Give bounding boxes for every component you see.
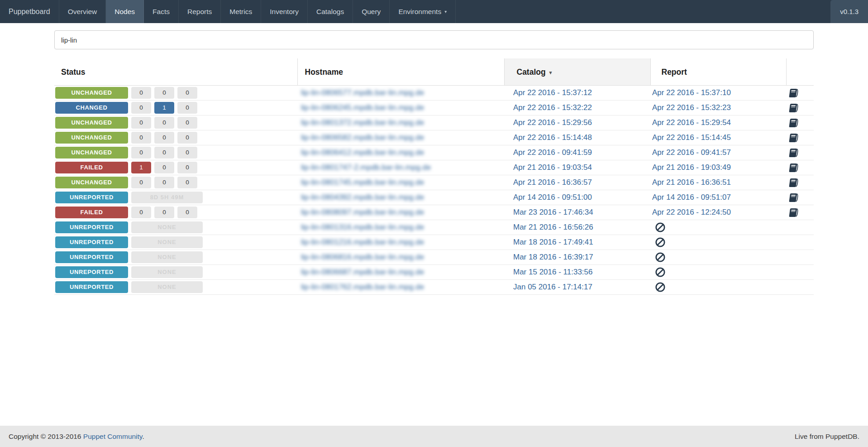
book-icon[interactable] [789, 103, 799, 113]
catalog-timestamp-link[interactable]: Apr 22 2016 - 15:14:48 [513, 133, 592, 142]
event-count-pill: 0 [154, 117, 174, 129]
nav-item-metrics[interactable]: Metrics [221, 0, 261, 23]
catalog-timestamp-link[interactable]: Apr 21 2016 - 19:03:54 [513, 163, 592, 172]
catalog-timestamp-link[interactable]: Apr 22 2016 - 15:32:22 [513, 103, 592, 112]
hostname-link-blurred[interactable]: lip-lin-0801745.mpdb.bar-lin.mpg.de [301, 178, 424, 187]
catalog-timestamp-link[interactable]: Mar 21 2016 - 16:56:26 [513, 223, 593, 231]
hostname-link-blurred[interactable]: lip-lin-0801316.mpdb.bar-lin.mpg.de [301, 223, 424, 231]
hostname-link-blurred[interactable]: lip-lin-0806582.mpdb.bar-lin.mpg.de [301, 133, 424, 142]
column-header-hostname[interactable]: Hostname [297, 58, 504, 86]
catalog-timestamp-link[interactable]: Mar 15 2016 - 11:33:56 [513, 268, 592, 276]
catalog-timestamp-link[interactable]: Mar 18 2016 - 16:39:17 [513, 253, 593, 261]
hostname-link-blurred[interactable]: lip-lin-0806577.mpdb.bar-lin.mpg.de [301, 88, 424, 97]
table-row: UNREPORTEDNONElip-lin-0801762.mpdb.bar-l… [54, 280, 814, 295]
hostname-link-blurred[interactable]: lip-lin-0801372.mpdb.bar-lin.mpg.de [301, 118, 424, 127]
catalog-cell: Apr 21 2016 - 19:03:54 [504, 160, 650, 175]
hostname-link-blurred[interactable]: lip-lin-0806245.mpdb.bar-lin.mpg.de [301, 103, 424, 112]
hostname-link-blurred[interactable]: lip-lin-0801216.mpdb.bar-lin.mpg.de [301, 238, 424, 246]
hostname-cell: lip-lin-0801372.mpdb.bar-lin.mpg.de [297, 115, 504, 130]
status-badge: UNREPORTED [55, 281, 128, 293]
nav-item-overview[interactable]: Overview [59, 0, 106, 23]
column-header-report[interactable]: Report [650, 58, 786, 86]
hostname-link-blurred[interactable]: lip-lin-0806687.mpdb.bar-lin.mpg.de [301, 268, 424, 276]
event-count-pill: 0 [177, 162, 197, 173]
top-navbar: Puppetboard OverviewNodesFactsReportsMet… [0, 0, 868, 23]
report-timestamp-link[interactable]: Apr 21 2016 - 19:03:49 [652, 163, 731, 172]
nav-item-label: Environments [398, 8, 441, 16]
catalog-cell: Apr 22 2016 - 15:14:48 [504, 130, 650, 145]
nav-item-reports[interactable]: Reports [179, 0, 221, 23]
sort-desc-icon: ▾ [549, 70, 552, 75]
report-icon-cell [786, 220, 814, 235]
nav-item-inventory[interactable]: Inventory [261, 0, 308, 23]
app-brand[interactable]: Puppetboard [0, 0, 59, 23]
event-count-pill: 0 [177, 132, 197, 144]
column-header-catalog[interactable]: Catalog▾ [504, 58, 650, 86]
column-header-status[interactable]: Status [54, 58, 297, 86]
nav-item-nodes[interactable]: Nodes [106, 0, 144, 23]
nav-item-facts[interactable]: Facts [144, 0, 179, 23]
report-cell [650, 235, 786, 250]
nav-item-query[interactable]: Query [353, 0, 390, 23]
table-row: FAILED000lip-lin-0808097.mpdb.bar-lin.mp… [54, 205, 814, 220]
report-timestamp-link[interactable]: Apr 22 2016 - 15:32:23 [652, 103, 731, 112]
node-search-input[interactable] [54, 30, 814, 49]
report-timestamp-link[interactable]: Apr 22 2016 - 15:29:54 [652, 118, 731, 127]
book-icon[interactable] [789, 163, 799, 173]
event-count-pill: 0 [154, 147, 174, 159]
hostname-link-blurred[interactable]: lip-lin-0806816.mpdb.bar-lin.mpg.de [301, 253, 424, 261]
catalog-timestamp-link[interactable]: Apr 22 2016 - 15:29:56 [513, 118, 592, 127]
catalog-timestamp-link[interactable]: Jan 05 2016 - 17:14:17 [513, 283, 592, 291]
report-cell [650, 250, 786, 265]
catalog-timestamp-link[interactable]: Apr 22 2016 - 15:37:12 [513, 88, 592, 97]
book-icon[interactable] [789, 88, 799, 98]
event-count-pill: 0 [177, 147, 197, 159]
hostname-cell: lip-lin-0801316.mpdb.bar-lin.mpg.de [297, 220, 504, 235]
report-timestamp-link[interactable]: Apr 22 2016 - 15:37:10 [652, 88, 731, 97]
hostname-link-blurred[interactable]: lip-lin-0801762.mpdb.bar-lin.mpg.de [301, 283, 424, 291]
report-timestamp-link[interactable]: Apr 14 2016 - 09:51:07 [652, 193, 731, 202]
book-icon[interactable] [789, 178, 799, 188]
nav-item-label: Catalogs [316, 8, 344, 16]
catalog-timestamp-link[interactable]: Apr 21 2016 - 16:36:57 [513, 178, 592, 187]
copyright-text: Copyright © 2013-2016 Puppet Community. [9, 433, 144, 441]
hostname-cell: lip-lin-0801745.mpdb.bar-lin.mpg.de [297, 175, 504, 190]
report-cell: Apr 14 2016 - 09:51:07 [650, 190, 786, 205]
nav-item-catalogs[interactable]: Catalogs [308, 0, 353, 23]
hostname-link-blurred[interactable]: lip-lin-0804392.mpdb.bar-lin.mpg.de [301, 193, 424, 202]
catalog-cell: Mar 15 2016 - 11:33:56 [504, 265, 650, 280]
nav-item-environments[interactable]: Environments▾ [390, 0, 456, 23]
book-icon[interactable] [789, 148, 799, 158]
report-timestamp-link[interactable]: Apr 22 2016 - 12:24:50 [652, 208, 731, 216]
nav-item-label: Reports [187, 8, 212, 16]
hostname-link-blurred[interactable]: lip-lin-0806412.mpdb.bar-lin.mpg.de [301, 148, 424, 157]
report-icon-cell [786, 101, 814, 115]
status-badge: UNCHANGED [55, 177, 128, 188]
report-timestamp-link[interactable]: Apr 22 2016 - 15:14:45 [652, 133, 731, 142]
catalog-timestamp-link[interactable]: Mar 23 2016 - 17:46:34 [513, 208, 593, 216]
puppet-community-link[interactable]: Puppet Community [83, 433, 143, 440]
book-icon[interactable] [789, 118, 799, 128]
book-icon[interactable] [789, 207, 799, 218]
catalog-timestamp-link[interactable]: Mar 18 2016 - 17:49:41 [513, 238, 593, 246]
event-count-pill: 0 [177, 177, 197, 188]
status-cell: UNCHANGED000 [54, 115, 297, 130]
hostname-link-blurred[interactable]: lip-lin-0808097.mpdb.bar-lin.mpg.de [301, 208, 424, 216]
hostname-cell: lip-lin-0806687.mpdb.bar-lin.mpg.de [297, 265, 504, 280]
report-timestamp-link[interactable]: Apr 21 2016 - 16:36:51 [652, 178, 731, 187]
report-timestamp-link[interactable]: Apr 22 2016 - 09:41:57 [652, 148, 731, 157]
event-count-pill: 0 [154, 87, 174, 99]
hostname-link-blurred[interactable]: lip-lin-0801747-2.mpdb.bar-lin.mpg.de [301, 163, 431, 172]
status-cell: UNCHANGED000 [54, 130, 297, 145]
table-row: UNREPORTED8D 5H 49Mlip-lin-0804392.mpdb.… [54, 190, 814, 205]
report-icon-cell [786, 205, 814, 220]
book-icon[interactable] [789, 133, 799, 143]
page-footer: Copyright © 2013-2016 Puppet Community. … [0, 426, 868, 447]
book-icon[interactable] [789, 192, 799, 203]
version-label: v0.1.3 [830, 0, 868, 23]
catalog-timestamp-link[interactable]: Apr 22 2016 - 09:41:59 [513, 148, 592, 157]
catalog-cell: Mar 18 2016 - 17:49:41 [504, 235, 650, 250]
report-cell: Apr 22 2016 - 15:32:23 [650, 101, 786, 115]
report-cell: Apr 22 2016 - 09:41:57 [650, 145, 786, 160]
catalog-timestamp-link[interactable]: Apr 14 2016 - 09:51:00 [513, 193, 592, 202]
